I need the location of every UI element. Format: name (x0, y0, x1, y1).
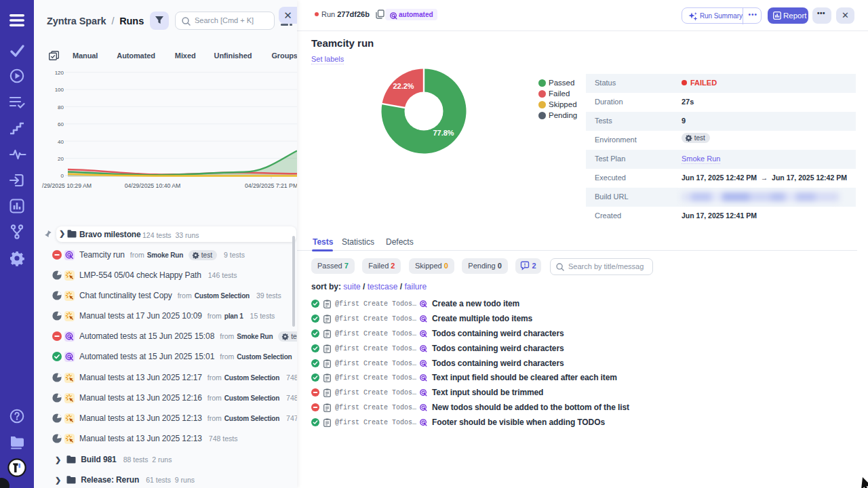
svg-text:/29/2025 10:29 AM: /29/2025 10:29 AM (42, 182, 92, 189)
svg-text:04/29/2025 7:21 PM: 04/29/2025 7:21 PM (245, 182, 297, 189)
svg-text:22.2%: 22.2% (393, 82, 414, 90)
svg-text:60: 60 (58, 121, 64, 127)
svg-text:04/29/2025 10:40 AM: 04/29/2025 10:40 AM (125, 182, 181, 189)
svg-text:20: 20 (58, 156, 64, 162)
svg-text:100: 100 (55, 87, 64, 93)
svg-text:120: 120 (55, 70, 64, 76)
svg-text:40: 40 (58, 139, 64, 145)
svg-text:80: 80 (58, 104, 64, 110)
svg-text:0: 0 (61, 173, 64, 179)
svg-text:77.8%: 77.8% (433, 129, 454, 137)
